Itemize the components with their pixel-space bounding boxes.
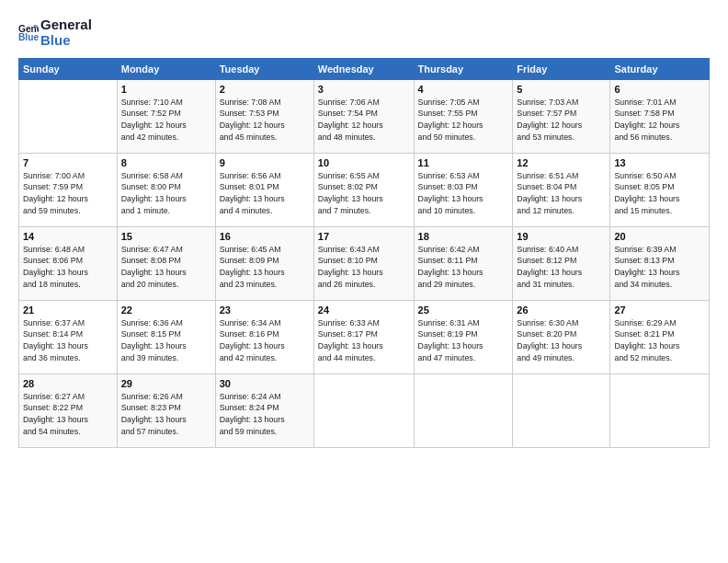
calendar-cell: 6Sunrise: 7:01 AMSunset: 7:58 PMDaylight… [610, 79, 710, 153]
logo-general: General [40, 17, 92, 32]
day-info: Sunrise: 6:34 AMSunset: 8:16 PMDaylight:… [220, 317, 310, 364]
weekday-header-row: SundayMondayTuesdayWednesdayThursdayFrid… [19, 58, 710, 79]
day-info: Sunrise: 6:45 AMSunset: 8:09 PMDaylight:… [220, 244, 310, 291]
day-number: 5 [517, 84, 606, 95]
calendar-cell: 8Sunrise: 6:58 AMSunset: 8:00 PMDaylight… [117, 153, 215, 226]
day-number: 9 [220, 157, 310, 168]
weekday-header-monday: Monday [117, 58, 215, 79]
calendar-table: SundayMondayTuesdayWednesdayThursdayFrid… [18, 58, 710, 448]
logo: General Blue General Blue [18, 17, 92, 49]
day-info: Sunrise: 7:08 AMSunset: 7:53 PMDaylight:… [220, 97, 310, 144]
day-info: Sunrise: 6:40 AMSunset: 8:12 PMDaylight:… [517, 244, 606, 291]
day-number: 7 [23, 157, 113, 168]
day-number: 8 [121, 157, 211, 168]
calendar-cell: 11Sunrise: 6:53 AMSunset: 8:03 PMDayligh… [414, 153, 513, 226]
calendar-cell: 1Sunrise: 7:10 AMSunset: 7:52 PMDaylight… [117, 79, 215, 153]
logo-icon: General Blue [18, 22, 39, 42]
calendar-cell: 23Sunrise: 6:34 AMSunset: 8:16 PMDayligh… [215, 300, 313, 373]
day-info: Sunrise: 7:05 AMSunset: 7:55 PMDaylight:… [418, 97, 509, 144]
calendar-cell: 28Sunrise: 6:27 AMSunset: 8:22 PMDayligh… [19, 373, 118, 447]
calendar-cell [610, 373, 710, 447]
day-number: 23 [220, 304, 310, 316]
calendar-cell: 24Sunrise: 6:33 AMSunset: 8:17 PMDayligh… [313, 300, 414, 373]
day-number: 25 [418, 304, 509, 316]
day-info: Sunrise: 6:27 AMSunset: 8:22 PMDaylight:… [23, 391, 113, 438]
weekday-header-saturday: Saturday [610, 58, 710, 79]
header: General Blue General Blue [18, 17, 710, 49]
calendar-cell: 25Sunrise: 6:31 AMSunset: 8:19 PMDayligh… [414, 300, 513, 373]
day-info: Sunrise: 6:36 AMSunset: 8:15 PMDaylight:… [121, 317, 211, 364]
calendar-cell: 10Sunrise: 6:55 AMSunset: 8:02 PMDayligh… [313, 153, 414, 226]
day-info: Sunrise: 6:26 AMSunset: 8:23 PMDaylight:… [121, 391, 211, 438]
day-number: 10 [318, 157, 410, 168]
day-number: 21 [23, 304, 113, 316]
day-number: 2 [220, 84, 310, 95]
day-info: Sunrise: 7:03 AMSunset: 7:57 PMDaylight:… [517, 97, 606, 144]
day-number: 20 [614, 231, 705, 242]
logo-blue: Blue [40, 32, 92, 48]
calendar-cell: 20Sunrise: 6:39 AMSunset: 8:13 PMDayligh… [610, 226, 710, 300]
calendar-cell [414, 373, 513, 447]
day-info: Sunrise: 6:48 AMSunset: 8:06 PMDaylight:… [23, 244, 113, 291]
day-number: 6 [614, 84, 705, 95]
weekday-header-friday: Friday [513, 58, 610, 79]
day-info: Sunrise: 6:30 AMSunset: 8:20 PMDaylight:… [517, 317, 606, 364]
day-info: Sunrise: 6:29 AMSunset: 8:21 PMDaylight:… [614, 317, 705, 364]
day-number: 4 [418, 84, 509, 95]
calendar-cell: 7Sunrise: 7:00 AMSunset: 7:59 PMDaylight… [19, 153, 118, 226]
day-number: 29 [121, 378, 211, 389]
calendar-page: General Blue General Blue SundayMondayTu… [0, 0, 728, 563]
calendar-cell: 29Sunrise: 6:26 AMSunset: 8:23 PMDayligh… [117, 373, 215, 447]
day-info: Sunrise: 6:37 AMSunset: 8:14 PMDaylight:… [23, 317, 113, 364]
svg-text:Blue: Blue [18, 33, 39, 43]
calendar-cell: 26Sunrise: 6:30 AMSunset: 8:20 PMDayligh… [513, 300, 610, 373]
calendar-cell [313, 373, 414, 447]
day-number: 28 [23, 378, 113, 389]
day-info: Sunrise: 7:10 AMSunset: 7:52 PMDaylight:… [121, 97, 211, 144]
day-info: Sunrise: 6:51 AMSunset: 8:04 PMDaylight:… [517, 170, 606, 217]
calendar-week-row: 1Sunrise: 7:10 AMSunset: 7:52 PMDaylight… [19, 79, 710, 153]
day-info: Sunrise: 7:06 AMSunset: 7:54 PMDaylight:… [318, 97, 410, 144]
day-number: 11 [418, 157, 509, 168]
weekday-header-thursday: Thursday [414, 58, 513, 79]
calendar-week-row: 28Sunrise: 6:27 AMSunset: 8:22 PMDayligh… [19, 373, 710, 447]
calendar-cell: 4Sunrise: 7:05 AMSunset: 7:55 PMDaylight… [414, 79, 513, 153]
day-number: 15 [121, 231, 211, 242]
day-info: Sunrise: 7:00 AMSunset: 7:59 PMDaylight:… [23, 170, 113, 217]
day-info: Sunrise: 7:01 AMSunset: 7:58 PMDaylight:… [614, 97, 705, 144]
day-number: 26 [517, 304, 606, 316]
calendar-cell: 13Sunrise: 6:50 AMSunset: 8:05 PMDayligh… [610, 153, 710, 226]
day-info: Sunrise: 6:47 AMSunset: 8:08 PMDaylight:… [121, 244, 211, 291]
day-number: 1 [121, 84, 211, 95]
calendar-cell: 21Sunrise: 6:37 AMSunset: 8:14 PMDayligh… [19, 300, 118, 373]
calendar-cell [513, 373, 610, 447]
day-info: Sunrise: 6:33 AMSunset: 8:17 PMDaylight:… [318, 317, 410, 364]
day-number: 13 [614, 157, 705, 168]
day-number: 17 [318, 231, 410, 242]
calendar-cell: 19Sunrise: 6:40 AMSunset: 8:12 PMDayligh… [513, 226, 610, 300]
day-number: 3 [318, 84, 410, 95]
calendar-cell: 3Sunrise: 7:06 AMSunset: 7:54 PMDaylight… [313, 79, 414, 153]
calendar-cell: 22Sunrise: 6:36 AMSunset: 8:15 PMDayligh… [117, 300, 215, 373]
calendar-week-row: 7Sunrise: 7:00 AMSunset: 7:59 PMDaylight… [19, 153, 710, 226]
weekday-header-tuesday: Tuesday [215, 58, 313, 79]
calendar-cell: 9Sunrise: 6:56 AMSunset: 8:01 PMDaylight… [215, 153, 313, 226]
day-number: 16 [220, 231, 310, 242]
calendar-week-row: 14Sunrise: 6:48 AMSunset: 8:06 PMDayligh… [19, 226, 710, 300]
day-info: Sunrise: 6:58 AMSunset: 8:00 PMDaylight:… [121, 170, 211, 217]
day-number: 12 [517, 157, 606, 168]
weekday-header-sunday: Sunday [19, 58, 118, 79]
day-number: 18 [418, 231, 509, 242]
day-info: Sunrise: 6:31 AMSunset: 8:19 PMDaylight:… [418, 317, 509, 364]
day-number: 19 [517, 231, 606, 242]
weekday-header-wednesday: Wednesday [313, 58, 414, 79]
calendar-cell: 18Sunrise: 6:42 AMSunset: 8:11 PMDayligh… [414, 226, 513, 300]
calendar-cell [19, 79, 118, 153]
calendar-cell: 30Sunrise: 6:24 AMSunset: 8:24 PMDayligh… [215, 373, 313, 447]
day-info: Sunrise: 6:39 AMSunset: 8:13 PMDaylight:… [614, 244, 705, 291]
calendar-cell: 16Sunrise: 6:45 AMSunset: 8:09 PMDayligh… [215, 226, 313, 300]
day-info: Sunrise: 6:42 AMSunset: 8:11 PMDaylight:… [418, 244, 509, 291]
calendar-cell: 2Sunrise: 7:08 AMSunset: 7:53 PMDaylight… [215, 79, 313, 153]
calendar-cell: 14Sunrise: 6:48 AMSunset: 8:06 PMDayligh… [19, 226, 118, 300]
day-info: Sunrise: 6:53 AMSunset: 8:03 PMDaylight:… [418, 170, 509, 217]
